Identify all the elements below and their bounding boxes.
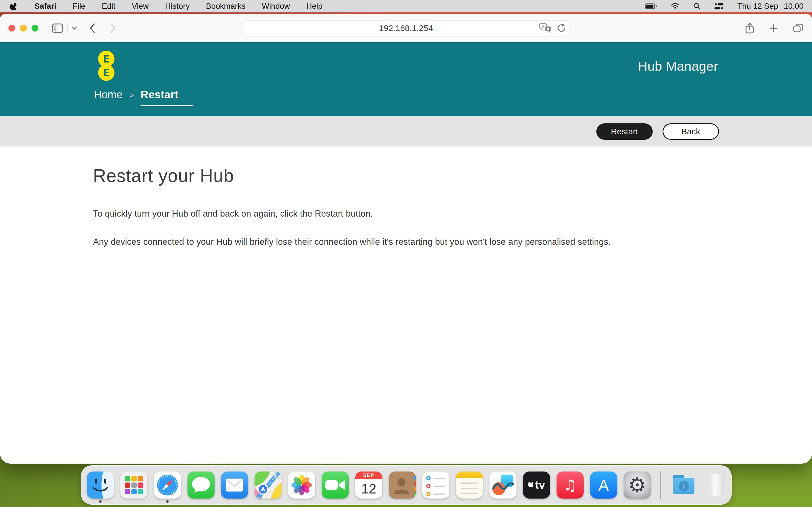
menu-item-bookmarks[interactable]: Bookmarks (206, 2, 246, 11)
close-button[interactable] (8, 25, 15, 32)
dock-facetime[interactable] (322, 471, 349, 499)
menu-clock[interactable]: Thu 12 Sep 10.00 (737, 2, 804, 11)
dock-safari[interactable] (154, 471, 181, 499)
dock-app-store[interactable]: A (590, 471, 617, 499)
dock-divider (660, 471, 661, 499)
svg-text:✱: ✱ (546, 27, 549, 31)
dock-notes[interactable] (456, 471, 483, 499)
minimize-button[interactable] (20, 25, 27, 32)
calendar-month: SEP (355, 471, 382, 479)
breadcrumb-underline (141, 105, 193, 106)
ee-logo-letter-bottom: E (98, 64, 114, 81)
wifi-icon[interactable] (671, 3, 680, 10)
calendar-day: 12 (355, 479, 382, 499)
menu-item-history[interactable]: History (165, 2, 190, 11)
dock: SEP 12 tv♫A⚙ ↓ (81, 465, 732, 505)
dock-contacts[interactable] (389, 471, 416, 499)
tv-icon: tv (523, 471, 550, 499)
dock-tv[interactable]: tv (523, 471, 550, 499)
apple-menu-icon[interactable] (8, 1, 18, 11)
music-icon: ♫ (557, 471, 583, 499)
safari-icon (154, 471, 181, 499)
dock-trash[interactable] (704, 471, 731, 499)
zoom-button[interactable] (32, 25, 38, 32)
safari-window: 192.168.1.254 A ✱ (0, 14, 812, 464)
finder-icon (87, 471, 114, 499)
trash-icon (704, 471, 731, 499)
calendar-icon: SEP 12 (355, 471, 382, 499)
ee-logo-letter-top: E (98, 51, 114, 67)
mail-icon (221, 471, 248, 499)
window-controls (8, 25, 38, 32)
dock-mail[interactable] (221, 471, 248, 499)
facetime-icon (322, 471, 349, 499)
spotlight-search-icon[interactable] (693, 3, 701, 10)
menu-item-safari[interactable]: Safari (35, 2, 56, 11)
menu-date: Thu 12 Sep (737, 2, 778, 11)
reminders-icon (422, 471, 449, 499)
address-bar[interactable]: 192.168.1.254 A ✱ (242, 20, 570, 36)
breadcrumb-current: Restart (141, 89, 193, 101)
notes-icon (456, 471, 483, 499)
dock-maps[interactable] (255, 471, 282, 499)
action-bar: Restart Back (0, 116, 812, 147)
contacts-icon (389, 471, 416, 499)
content-paragraph-1: To quickly turn your Hub off and back on… (93, 209, 719, 219)
menu-time: 10.00 (784, 2, 804, 11)
share-icon[interactable] (745, 22, 755, 34)
menu-item-view[interactable]: View (132, 2, 149, 11)
menu-item-edit[interactable]: Edit (102, 2, 115, 11)
settings-icon: ⚙ (624, 471, 651, 499)
site-header: E E Hub Manager Home > Restart (0, 42, 812, 116)
freeform-icon (490, 471, 516, 499)
breadcrumb-separator: > (129, 91, 134, 100)
ee-logo[interactable]: E E (98, 51, 114, 81)
tab-overview-icon[interactable] (793, 23, 804, 33)
dock-messages[interactable] (188, 471, 214, 499)
url-text: 192.168.1.254 (379, 23, 433, 33)
page-title: Hub Manager (638, 59, 718, 74)
desktop: SafariFileEditViewHistoryBookmarksWindow… (0, 0, 812, 507)
breadcrumb: Home > Restart (94, 89, 193, 106)
dock-freeform[interactable] (490, 471, 516, 499)
launchpad-icon (120, 471, 147, 499)
control-center-icon[interactable] (714, 3, 724, 10)
reload-icon[interactable] (557, 23, 566, 33)
content-paragraph-2: Any devices connected to your Hub will b… (93, 237, 719, 247)
menu-item-file[interactable]: File (73, 2, 86, 11)
dock-downloads[interactable]: ↓ (670, 471, 697, 499)
menu-bar: SafariFileEditViewHistoryBookmarksWindow… (0, 0, 812, 12)
back-button[interactable]: Back (663, 123, 719, 140)
photos-icon (288, 471, 315, 499)
menu-items: SafariFileEditViewHistoryBookmarksWindow… (35, 2, 322, 11)
new-tab-icon[interactable] (769, 24, 778, 33)
app-store-icon: A (590, 471, 617, 499)
dock-settings[interactable]: ⚙ (624, 471, 651, 499)
dock-launchpad[interactable] (120, 471, 147, 499)
maps-icon (255, 471, 282, 499)
page-content: Restart your Hub To quickly turn your Hu… (0, 147, 812, 247)
dock-music[interactable]: ♫ (557, 471, 583, 499)
battery-icon[interactable] (645, 3, 657, 9)
dock-finder[interactable] (87, 471, 114, 499)
chevron-down-icon[interactable] (71, 26, 77, 30)
toolbar-divider (67, 23, 68, 33)
restart-button[interactable]: Restart (596, 123, 653, 140)
messages-icon (188, 471, 214, 499)
breadcrumb-home-link[interactable]: Home (94, 89, 122, 101)
browser-toolbar: 192.168.1.254 A ✱ (0, 14, 812, 42)
back-icon[interactable] (89, 23, 95, 33)
dock-photos[interactable] (288, 471, 315, 499)
dock-reminders[interactable] (422, 471, 449, 499)
svg-text:A: A (542, 24, 545, 29)
forward-icon[interactable] (110, 23, 116, 33)
sidebar-icon[interactable] (52, 23, 63, 33)
dock-calendar[interactable]: SEP 12 (355, 471, 382, 499)
menu-item-window[interactable]: Window (262, 2, 290, 11)
menu-item-help[interactable]: Help (306, 2, 322, 11)
content-heading: Restart your Hub (93, 165, 719, 187)
tv-label: tv (535, 479, 545, 491)
downloads-folder-icon: ↓ (670, 471, 697, 499)
translate-icon[interactable]: A ✱ (539, 23, 552, 33)
